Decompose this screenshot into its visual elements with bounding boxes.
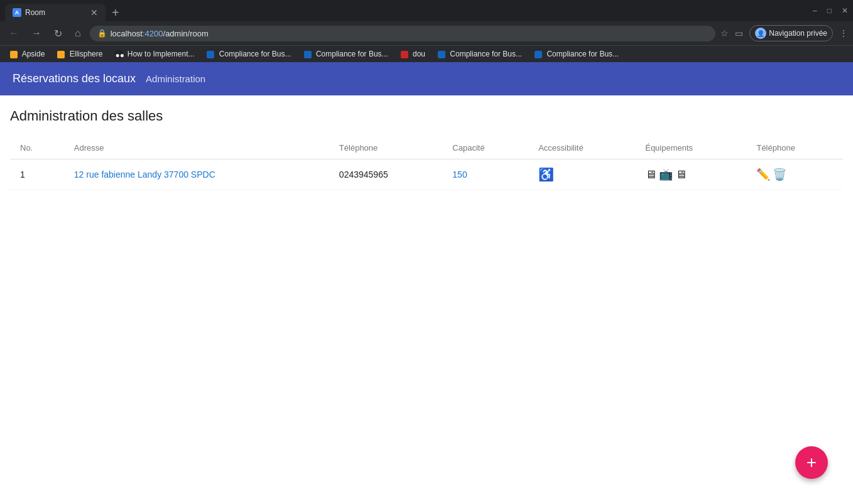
- restore-button[interactable]: □: [827, 6, 832, 15]
- edit-icon[interactable]: ✏️: [756, 168, 770, 181]
- bookmark-label: Compliance for Bus...: [450, 50, 522, 58]
- bookmark-compliance-1[interactable]: Compliance for Bus...: [202, 48, 296, 60]
- monitor-icon: 🖥: [645, 168, 656, 181]
- app-header: Réservations des locaux Administration: [0, 62, 853, 95]
- cell-accessibilite: ♿: [528, 159, 635, 190]
- page-title: Administration des salles: [10, 108, 843, 124]
- active-tab[interactable]: A Room ✕: [5, 4, 106, 21]
- add-room-button[interactable]: +: [795, 446, 828, 472]
- app-subtitle: Administration: [146, 73, 205, 84]
- bookmark-icon: [57, 51, 65, 58]
- new-tab-button[interactable]: +: [108, 6, 123, 20]
- url-host: localhost: [111, 29, 143, 38]
- col-accessibilite: Accessibilité: [528, 137, 635, 159]
- cell-telephone: 0243945965: [329, 159, 442, 190]
- table-row: 1 12 rue fabienne Landy 37700 SPDC 02439…: [10, 159, 843, 190]
- nav-right: ☆ ▭ 👤 Navigation privée ⋮: [720, 25, 848, 41]
- fab-container: +: [795, 446, 828, 472]
- delete-icon[interactable]: 🗑️: [773, 168, 786, 181]
- bookmark-label: Compliance for Bus...: [219, 50, 291, 58]
- bookmark-label: Apside: [22, 50, 45, 58]
- bookmark-icon: [438, 51, 445, 58]
- minimize-button[interactable]: –: [813, 6, 817, 15]
- bookmark-icon: [401, 51, 408, 58]
- bookmark-compliance-3[interactable]: Compliance for Bus...: [433, 48, 527, 60]
- cell-equipements: 🖥 📺 🖥: [635, 159, 746, 190]
- capacite-link[interactable]: 150: [452, 169, 467, 180]
- bookmark-label: Ellisphere: [70, 50, 103, 58]
- action-icons: ✏️ 🗑️: [756, 168, 833, 181]
- reload-button[interactable]: ↻: [50, 26, 66, 41]
- wheelchair-icon: ♿: [538, 168, 554, 181]
- split-view-icon[interactable]: ▭: [735, 28, 743, 38]
- back-button[interactable]: ←: [5, 26, 23, 40]
- nav-bar: ← → ↻ ⌂ 🔒 localhost:4200/admin/room ☆ ▭ …: [0, 21, 853, 45]
- title-bar: A Room ✕ + – □ ✕: [0, 0, 853, 21]
- tab-favicon: A: [13, 8, 21, 17]
- tab-label: Room: [25, 8, 45, 17]
- bookmark-how-to-implement[interactable]: ●● How to Implement...: [110, 48, 199, 60]
- address-bar[interactable]: 🔒 localhost:4200/admin/room: [90, 26, 716, 41]
- rooms-table: No. Adresse Téléphone Capacité Accessibi…: [10, 137, 843, 190]
- window-controls: – □ ✕: [813, 6, 848, 19]
- profile-button[interactable]: 👤 Navigation privée: [749, 25, 833, 41]
- equipment-icons: 🖥 📺 🖥: [645, 168, 736, 181]
- bookmark-apside[interactable]: Apside: [5, 48, 50, 60]
- bookmark-label: How to Implement...: [128, 50, 195, 58]
- menu-icon[interactable]: ⋮: [839, 28, 848, 38]
- adresse-link[interactable]: 12 rue fabienne Landy 37700 SPDC: [74, 169, 215, 180]
- cell-adresse: 12 rue fabienne Landy 37700 SPDC: [64, 159, 329, 190]
- url-port: :4200: [143, 29, 163, 38]
- profile-label: Navigation privée: [769, 29, 827, 38]
- cell-no: 1: [10, 159, 64, 190]
- bookmarks-bar: Apside Ellisphere ●● How to Implement...…: [0, 45, 853, 62]
- browser-chrome: A Room ✕ + – □ ✕ ← → ↻ ⌂ 🔒 localhost:420…: [0, 0, 853, 62]
- profile-icon: 👤: [755, 28, 766, 39]
- bookmark-label: dou: [413, 50, 425, 58]
- bookmark-compliance-4[interactable]: Compliance for Bus...: [530, 48, 624, 60]
- col-adresse: Adresse: [64, 137, 329, 159]
- col-actions: Téléphone: [746, 137, 843, 159]
- content-area: Administration des salles No. Adresse Té…: [0, 95, 853, 472]
- lock-icon: 🔒: [97, 29, 107, 38]
- bookmark-icon: [304, 51, 312, 58]
- tab-close-button[interactable]: ✕: [90, 8, 98, 18]
- url-display: localhost:4200/admin/room: [111, 29, 209, 38]
- bookmark-compliance-2[interactable]: Compliance for Bus...: [299, 48, 393, 60]
- projector-icon: 📺: [659, 168, 673, 181]
- cell-actions: ✏️ 🗑️: [746, 159, 843, 190]
- forward-button[interactable]: →: [28, 26, 45, 40]
- bookmark-icon: [207, 51, 214, 58]
- col-no: No.: [10, 137, 64, 159]
- bookmark-dou[interactable]: dou: [396, 48, 430, 60]
- col-equipements: Équipements: [635, 137, 746, 159]
- bookmark-icon: [10, 51, 18, 58]
- table-header-row: No. Adresse Téléphone Capacité Accessibi…: [10, 137, 843, 159]
- col-capacite: Capacité: [442, 137, 528, 159]
- bookmark-label: Compliance for Bus...: [546, 50, 619, 58]
- url-path: /admin/room: [163, 29, 209, 38]
- close-button[interactable]: ✕: [842, 6, 848, 15]
- bookmark-label: Compliance for Bus...: [316, 50, 388, 58]
- home-button[interactable]: ⌂: [71, 26, 85, 40]
- bookmark-icon: [535, 51, 542, 58]
- screen-icon: 🖥: [675, 168, 687, 181]
- bookmark-icon: ●●: [115, 51, 122, 58]
- bookmark-ellisphere[interactable]: Ellisphere: [52, 48, 107, 60]
- col-telephone: Téléphone: [329, 137, 442, 159]
- bookmark-star-icon[interactable]: ☆: [720, 28, 729, 38]
- cell-capacite: 150: [442, 159, 528, 190]
- app-title: Réservations des locaux: [13, 72, 136, 85]
